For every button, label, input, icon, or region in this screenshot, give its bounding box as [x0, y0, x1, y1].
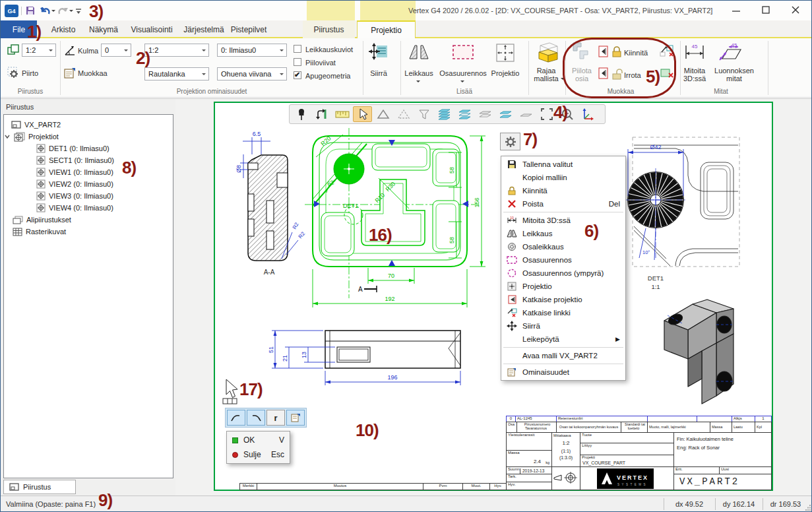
tree-item-view[interactable]: VIEW2 (0: Ilmiasu0)	[36, 179, 113, 189]
menu-item-osasuurennos-ympyra[interactable]: Osasuurennos (ympyrä)	[501, 267, 625, 280]
menu-item-avaa-malli[interactable]: Avaa malli VX_PART2	[501, 349, 625, 362]
leikkaus-button[interactable]: Leikkaus	[399, 69, 439, 77]
arc-properties-button[interactable]	[286, 410, 305, 426]
rajaa-mallista-button[interactable]: Rajaa mallista	[527, 67, 565, 82]
menu-item-siirra[interactable]: Siirrä	[501, 319, 625, 333]
siirra-button[interactable]: Siirrä	[362, 69, 395, 77]
menu-item-kiinnita[interactable]: Kiinnitä	[501, 184, 625, 197]
app-logo[interactable]: G4	[5, 5, 18, 17]
undo-icon[interactable]	[40, 5, 51, 16]
origin-axes-icon[interactable]	[578, 106, 597, 122]
layers-2-icon[interactable]	[496, 106, 515, 122]
redo-dropdown-icon[interactable]	[69, 10, 73, 14]
redo-icon[interactable]	[57, 5, 69, 16]
pin-icon[interactable]	[292, 106, 311, 122]
checkbox-piiloviivat[interactable]	[294, 58, 301, 66]
radius-button[interactable]: r	[266, 410, 285, 426]
tab-nakyma[interactable]: Näkymä	[84, 20, 123, 38]
tree-item-projektiot[interactable]: Projektiot	[4, 131, 59, 142]
menu-item-shortcut: Del	[600, 200, 620, 208]
tab-arkisto[interactable]: Arkisto	[44, 20, 82, 38]
kulma-select[interactable]: 0	[101, 44, 131, 57]
menu-item-leikkaus[interactable]: Leikkaus	[501, 227, 625, 240]
osasuurennos-button[interactable]: Osasuurennos	[435, 69, 491, 77]
pan-view-icon[interactable]	[312, 106, 331, 122]
tree-item-view[interactable]: SECT1 (0: Ilmiasu0)	[36, 155, 114, 166]
popup-ok-row[interactable]: OK V	[232, 435, 284, 445]
menu-item-osasuurennos[interactable]: Osasuurennos	[501, 253, 625, 267]
leikkaus-dropdown-icon[interactable]	[416, 80, 420, 84]
break-projection-icon	[505, 294, 518, 305]
tab-visualisointi[interactable]: Visualisointi	[130, 20, 173, 38]
muokkaa-button[interactable]: Muokkaa	[78, 69, 108, 77]
detail-view-det1[interactable]: Ø42 10° DET1 1:1	[624, 137, 739, 290]
mitoita-3d-button[interactable]: Mitoita 3D:ssä	[677, 67, 712, 82]
menu-item-ominaisuudet[interactable]: Ominaisuudet	[501, 366, 625, 379]
maximize-button[interactable]	[761, 5, 770, 15]
annotation-7: 7)	[523, 131, 537, 148]
arc-option-1-button[interactable]	[227, 410, 245, 426]
menu-item-poista[interactable]: Poista Del	[501, 197, 625, 210]
qat-options-icon[interactable]	[75, 7, 82, 15]
layers-gray-icon[interactable]	[476, 106, 495, 122]
menu-item-osaleikkaus[interactable]: Osaleikkaus	[501, 240, 625, 253]
tree-item-rasterikuvat[interactable]: Rasterikuvat	[13, 226, 66, 237]
menu-item-katkaise-projektio[interactable]: Katkaise projektio	[501, 293, 625, 306]
osasuurennos-dropdown-icon[interactable]	[460, 80, 464, 84]
tab-pistepilvet[interactable]: Pistepilvet	[229, 20, 268, 38]
render-mode-select[interactable]: Rautalanka	[144, 67, 209, 80]
tab-piirustus[interactable]: Piirustus	[303, 20, 355, 38]
piirto-button[interactable]: Piirto	[22, 69, 38, 77]
resize-grip[interactable]	[805, 505, 811, 511]
menu-item-projektio[interactable]: Projektio	[501, 280, 625, 293]
sidebar-bottom-tab[interactable]: Piirustus	[3, 480, 76, 494]
save-icon[interactable]	[25, 5, 36, 16]
popup-close-row[interactable]: Sulje Esc	[232, 450, 284, 459]
menu-item-label: Katkaise linkki	[522, 309, 571, 317]
tree-item-root[interactable]: VX_PART2	[11, 119, 61, 130]
ilmiasu-select[interactable]: 0: Ilmiasu0	[217, 44, 287, 57]
annotation-10: 10)	[356, 422, 379, 439]
tree-item-view[interactable]: VIEW1 (0: Ilmiasu0)	[36, 167, 113, 177]
layer-1-icon[interactable]	[516, 106, 536, 122]
measure-icon[interactable]	[332, 106, 352, 122]
layers-3-icon[interactable]	[455, 106, 474, 122]
menu-item-tallenna-valitut[interactable]: Tallenna valitut	[501, 158, 625, 171]
projection-scale-select[interactable]: 1:2	[144, 44, 209, 57]
tree-item-view[interactable]: DET1 (0: Ilmiasu0)	[36, 143, 109, 154]
chevron-down-icon[interactable]	[4, 133, 11, 140]
annotation-3: 3)	[89, 3, 103, 20]
checkbox-leikkauskuviot[interactable]	[294, 45, 301, 53]
iso-3d-view[interactable]	[664, 300, 734, 404]
luonnoksen-mitat-button[interactable]: Luonnoksen mitat	[713, 67, 755, 82]
group-label-piirustus: Piirustus	[1, 88, 60, 95]
drawing-scale-select[interactable]: 1:2	[22, 44, 56, 57]
side-view[interactable]	[325, 331, 460, 368]
menu-item-label: Osaleikkaus	[522, 243, 564, 251]
menu-item-kopioi-malliin[interactable]: Kopioi malliin	[501, 171, 625, 184]
svg-text:192: 192	[385, 296, 394, 302]
tree-item-view[interactable]: VIEW4 (0: Ilmiasu0)	[36, 203, 113, 213]
gear-button[interactable]	[500, 133, 520, 150]
tab-projektio-active[interactable]: Projektio	[357, 20, 416, 39]
drawing-scale-value: 1:2	[26, 46, 36, 54]
select-cursor-icon[interactable]	[353, 106, 372, 122]
section-view-aa[interactable]: A-A 6.5 Ø8 R2 R2	[235, 131, 306, 276]
projektio-button[interactable]: Projektio	[486, 69, 524, 77]
line-style-select[interactable]: Ohuena viivana	[217, 67, 287, 80]
tree-item-alipiirustukset[interactable]: Alipiirustukset	[13, 214, 71, 225]
arc-option-2-button[interactable]	[247, 410, 265, 426]
tree-item-view[interactable]: VIEW3 (0: Ilmiasu0)	[36, 191, 113, 201]
polygon-icon[interactable]	[373, 106, 392, 122]
polygon-aux-icon[interactable]	[394, 106, 413, 122]
menu-item-katkaise-linkki[interactable]: Katkaise linkki	[501, 306, 625, 319]
menu-item-mitoita-3d[interactable]: 10 Mitoita 3D:ssä	[501, 214, 625, 227]
checkbox-apugeometria[interactable]	[294, 71, 301, 79]
tab-jarjestelma[interactable]: Järjestelmä	[181, 20, 226, 38]
layers-4-icon[interactable]	[435, 106, 454, 122]
menu-item-leikepoyta[interactable]: Leikepöytä ▶	[501, 333, 625, 346]
minimize-button[interactable]	[732, 9, 741, 14]
close-button[interactable]	[791, 5, 800, 15]
filter-icon[interactable]	[414, 106, 433, 122]
undo-dropdown-icon[interactable]	[51, 10, 55, 14]
